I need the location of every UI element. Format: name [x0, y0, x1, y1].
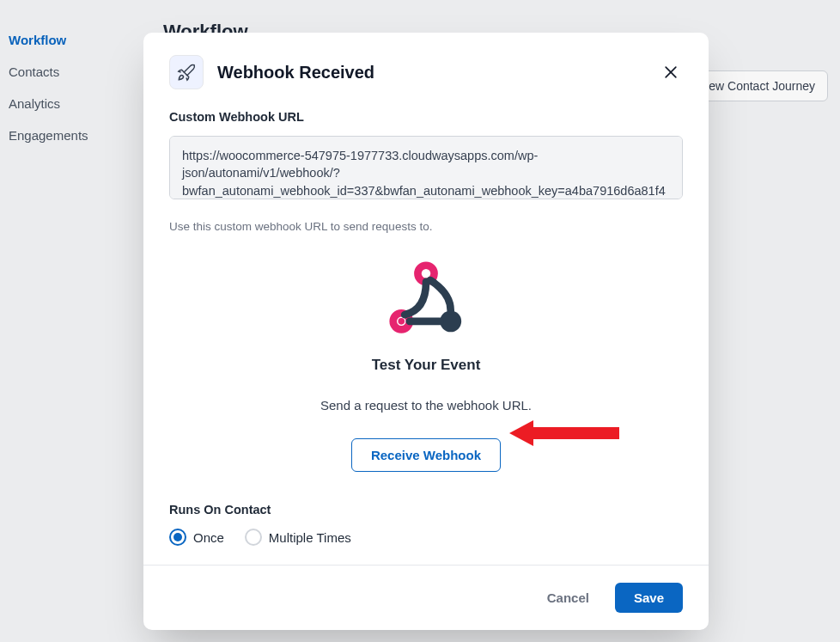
- radio-icon: [169, 529, 186, 546]
- runs-on-contact-section: Runs On Contact Once Multiple Times: [169, 503, 683, 546]
- cancel-button[interactable]: Cancel: [547, 590, 589, 605]
- test-event-section: Test Your Event Send a request to the we…: [169, 260, 683, 472]
- receive-webhook-button[interactable]: Receive Webhook: [351, 438, 501, 472]
- webhook-url-helper: Use this custom webhook URL to send requ…: [169, 220, 683, 233]
- webhook-icon: [169, 260, 683, 338]
- webhook-url-label: Custom Webhook URL: [169, 110, 683, 124]
- svg-point-5: [398, 318, 405, 325]
- test-event-title: Test Your Event: [169, 357, 683, 374]
- runs-on-contact-label: Runs On Contact: [169, 503, 683, 517]
- rocket-icon: [169, 55, 204, 89]
- radio-once-label: Once: [193, 530, 224, 545]
- webhook-modal: Webhook Received Custom Webhook URL Use …: [143, 33, 709, 630]
- close-icon[interactable]: [659, 60, 683, 84]
- radio-multiple-times[interactable]: Multiple Times: [245, 529, 351, 546]
- radio-multiple-label: Multiple Times: [269, 530, 351, 545]
- test-event-desc: Send a request to the webhook URL.: [169, 398, 683, 413]
- radio-once[interactable]: Once: [169, 529, 224, 546]
- radio-icon: [245, 529, 262, 546]
- webhook-url-field[interactable]: [169, 136, 683, 199]
- modal-header: Webhook Received: [169, 55, 683, 89]
- save-button[interactable]: Save: [615, 583, 683, 613]
- modal-footer: Cancel Save: [143, 565, 709, 630]
- modal-title: Webhook Received: [217, 63, 374, 83]
